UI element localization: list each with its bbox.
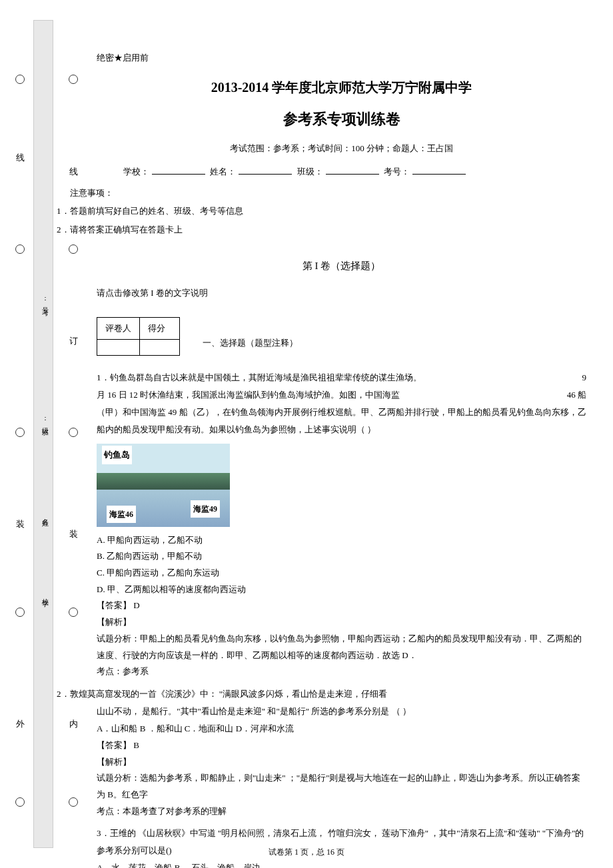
score-table: 评卷人 得分 xyxy=(97,317,180,355)
circle-icon xyxy=(69,797,78,807)
q2-point: 考点：本题考查了对参考系的理解 xyxy=(97,803,586,820)
school-blank[interactable] xyxy=(152,174,205,175)
q1-options: A. 甲船向西运动，乙船不动 B. 乙船向西运动，甲船不动 C. 甲船向西运动，… xyxy=(97,532,586,598)
school-label: 学校： xyxy=(123,167,149,177)
q2-answer: 【答案】 B xyxy=(97,737,586,754)
number-blank[interactable] xyxy=(412,174,466,175)
img-ship46-label: 海监46 xyxy=(107,506,136,523)
circle-icon xyxy=(15,797,25,807)
q1-explain-text: 试题分析：甲船上的船员看见钓鱼岛向东移，以钓鱼岛为参照物，甲船向西运动；乙船内的… xyxy=(97,631,586,663)
outer-margin-marks: 线 装 外 xyxy=(10,0,30,868)
main-content: 绝密★启用前 2013-2014 学年度北京师范大学万宁附属中学 参考系专项训练… xyxy=(97,0,586,868)
q2-line-1: 2．敦煌莫高窟发现的一首《浣溪沙》中： "满眼风波多闪烁，看山恰是走来迎，仔细看 xyxy=(57,685,586,703)
circle-icon xyxy=(69,75,78,84)
q2-answer-block: 【答案】 B 【解析】 试题分析：选船为参考系，即船静止，则"山走来" ；"是船… xyxy=(97,737,586,819)
instruction-text: 请点击修改第 I 卷的文字说明 xyxy=(97,285,586,300)
q2-options: A．山和船 B ．船和山 C．地面和山 D．河岸和水流 xyxy=(97,720,586,737)
margin-label: 装 xyxy=(63,526,83,542)
class-blank[interactable] xyxy=(326,174,379,175)
q1-option-c: C. 甲船向西运动，乙船向东运动 xyxy=(97,565,586,582)
q1-answer-block: 【答案】 D 【解析】 试题分析：甲船上的船员看见钓鱼岛向东移，以钓鱼岛为参照物… xyxy=(97,598,586,679)
name-blank[interactable] xyxy=(239,174,292,175)
q2-explain-text: 试题分析：选船为参考系，即船静止，则"山走来" ；"是船行"则是视与大地连在一起… xyxy=(97,770,586,803)
q2-line-2: 山山不动， 是船行。"其中"看山恰是走来迎" 和"是船行" 所选的参考系分别是 … xyxy=(97,703,586,720)
notice-item-1: 1．答题前填写好自己的姓名、班级、考号等信息 xyxy=(57,203,586,218)
q1-line-2-tail: 46 船 xyxy=(567,386,586,404)
sub-title: 参考系专项训练卷 xyxy=(97,106,586,133)
score-row: 评卷人 得分 一、选择题（题型注释） xyxy=(97,317,586,368)
circle-icon xyxy=(15,608,25,617)
q1-point: 考点：参考系 xyxy=(97,663,586,680)
q1-line-2: 月 16 日 12 时休渔结束，我国派出海监编队到钓鱼岛海域护渔。如图，中国海监 xyxy=(97,386,400,404)
q1-line-1: 1．钓鱼岛群岛自古以来就是中国领土，其附近海域是渔民祖祖辈辈传统的谋生渔场。 xyxy=(97,369,422,386)
margin-label: 外 xyxy=(10,716,30,731)
page-footer: 试卷第 1 页，总 16 页 xyxy=(0,845,613,860)
margin-label: 装 xyxy=(10,516,30,532)
q1-line-1-tail: 9 xyxy=(582,369,587,386)
margin-label: 订 xyxy=(63,333,83,348)
q1-line-3: （甲）和中国海监 49 船（乙），在钓鱼岛领海内开展例行维权巡航。甲、乙两船并排… xyxy=(97,404,586,438)
score-header: 得分 xyxy=(140,318,180,339)
question-1: 1．钓鱼岛群岛自古以来就是中国领土，其附近海域是渔民祖祖辈辈传统的谋生渔场。 9… xyxy=(97,369,586,680)
page-wrapper: 线 装 外 线 订 装 内 ：号考 ：级班 名姓 校学 绝密★启用前 2013-… xyxy=(0,0,613,868)
class-label: 班级： xyxy=(297,167,323,177)
q1-option-d: D. 甲、乙两船以相等的速度都向西运动 xyxy=(97,582,586,598)
question-2: 2．敦煌莫高窟发现的一首《浣溪沙》中： "满眼风波多闪烁，看山恰是走来迎，仔细看… xyxy=(57,685,586,819)
main-title: 2013-2014 学年度北京师范大学万宁附属中学 xyxy=(97,75,586,99)
notice-item-2: 2．请将答案正确填写在答题卡上 xyxy=(57,222,586,237)
q3-options: A．水、莲花、渔船 B ．石头、渔船、岸边 xyxy=(97,859,586,868)
circle-icon xyxy=(69,244,78,254)
circle-icon xyxy=(69,428,78,437)
margin-column xyxy=(33,20,53,848)
vertical-label-name: 名姓 xyxy=(39,513,51,517)
secrecy-label: 绝密★启用前 xyxy=(97,50,586,65)
vertical-label-class: ：级班 xyxy=(39,413,51,426)
question-1-image: 钓鱼岛 海监49 海监46 xyxy=(97,444,230,527)
margin-label: 内 xyxy=(63,716,83,731)
q1-explain-header: 【解析】 xyxy=(97,614,586,631)
circle-icon xyxy=(15,244,25,254)
vertical-label-number: ：号考 xyxy=(39,293,51,306)
margin-label: 线 xyxy=(63,164,83,179)
img-island-label: 钓鱼岛 xyxy=(102,446,132,464)
score-cell[interactable] xyxy=(140,339,180,355)
margin-label: 线 xyxy=(10,150,30,165)
notice-header: 注意事项： xyxy=(70,185,586,201)
section-type-label: 一、选择题（题型注释） xyxy=(203,335,298,350)
inner-margin-marks: 线 订 装 内 xyxy=(63,0,83,868)
img-ship49-label: 海监49 xyxy=(191,500,220,518)
circle-icon xyxy=(15,428,25,437)
exam-info: 考试范围：参考系；考试时间：100 分钟；命题人：王占国 xyxy=(97,141,586,156)
q2-explain-header: 【解析】 xyxy=(97,754,586,771)
section-title: 第 I 卷（选择题） xyxy=(97,257,586,275)
q1-answer: 【答案】 D xyxy=(97,598,586,614)
number-label: 考号： xyxy=(384,167,410,177)
scorer-cell[interactable] xyxy=(97,339,140,355)
student-info-row: 学校： 姓名： 班级： 考号： xyxy=(97,164,586,179)
q1-option-b: B. 乙船向西运动，甲船不动 xyxy=(97,548,586,565)
q1-option-a: A. 甲船向西运动，乙船不动 xyxy=(97,532,586,549)
name-label: 姓名： xyxy=(210,167,236,177)
scorer-header: 评卷人 xyxy=(97,318,140,339)
vertical-label-school: 校学 xyxy=(39,593,51,597)
circle-icon xyxy=(69,608,78,617)
circle-icon xyxy=(15,75,25,84)
